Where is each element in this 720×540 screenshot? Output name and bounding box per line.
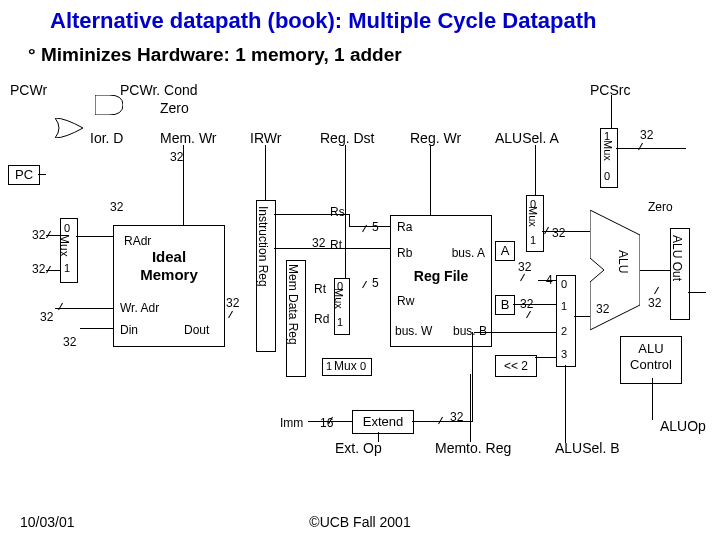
field-rs: Rs bbox=[330, 205, 345, 219]
mux-label: Mux bbox=[57, 234, 71, 257]
wire bbox=[76, 236, 113, 237]
mux-sel-0: 0 bbox=[604, 170, 610, 182]
bus-width-32: 32 bbox=[110, 200, 123, 214]
regfile-label: Reg File bbox=[391, 268, 491, 284]
sig-irwr: IRWr bbox=[250, 130, 281, 146]
mem-wradr-port: Wr. Adr bbox=[120, 301, 159, 315]
bus-width-32: 32 bbox=[32, 228, 45, 242]
memory-label-2: Memory bbox=[114, 266, 224, 283]
bus-slash bbox=[438, 417, 450, 428]
instruction-reg-label: Instruction Reg bbox=[256, 206, 270, 287]
sig-aluop: ALUOp bbox=[660, 418, 706, 434]
mem-din-port: Din bbox=[120, 323, 138, 337]
sig-regdst: Reg. Dst bbox=[320, 130, 374, 146]
sig-memtoreg: Memto. Reg bbox=[435, 440, 511, 456]
bus-width-32: 32 bbox=[63, 335, 76, 349]
bus-width-32: 32 bbox=[32, 262, 45, 276]
mux-sel-1: 1 bbox=[64, 262, 70, 274]
subtitle: ° Miminizes Hardware: 1 memory, 1 adder bbox=[28, 44, 402, 66]
wire bbox=[349, 214, 350, 226]
wire bbox=[274, 248, 390, 249]
bus-slash bbox=[58, 303, 70, 314]
wire bbox=[38, 174, 46, 175]
sig-pcwr: PCWr bbox=[10, 82, 47, 98]
mux-sel-1: 1 bbox=[326, 360, 332, 372]
wire bbox=[378, 432, 379, 442]
bus-width-32: 32 bbox=[170, 150, 183, 164]
bus-slash bbox=[46, 266, 58, 277]
mux-label: Mux bbox=[333, 288, 345, 309]
bus-width-32: 32 bbox=[40, 310, 53, 324]
mux-sel-1: 1 bbox=[337, 316, 343, 328]
wire bbox=[474, 332, 556, 333]
memory-block: RAdr Ideal Memory Wr. Adr Din Dout bbox=[113, 225, 225, 347]
mem-dout-port: Dout bbox=[184, 323, 209, 337]
reg-file: Ra Rb bus. A Reg File Rw bus. W bus. B bbox=[390, 215, 492, 347]
bus-width-32: 32 bbox=[450, 410, 463, 424]
shift-left-2: << 2 bbox=[495, 355, 537, 377]
regfile-ra: Ra bbox=[397, 220, 412, 234]
regfile-rb: Rb bbox=[397, 246, 412, 260]
bus-width-32: 32 bbox=[596, 302, 609, 316]
field-imm: Imm bbox=[280, 416, 303, 430]
mux-label: Mux bbox=[527, 206, 539, 227]
mem-radr-port: RAdr bbox=[124, 234, 234, 248]
field-rt2: Rt bbox=[314, 282, 326, 296]
or-gate-icon bbox=[55, 118, 83, 138]
wire bbox=[535, 357, 556, 358]
regfile-busw: bus. W bbox=[395, 324, 432, 338]
bus-slash bbox=[228, 311, 240, 322]
sig-zero-in: Zero bbox=[160, 100, 189, 116]
alu-label: ALU bbox=[616, 250, 630, 273]
and-gate-icon bbox=[95, 95, 123, 115]
bus-slash bbox=[526, 311, 538, 322]
memory-label-1: Ideal bbox=[114, 248, 224, 265]
regfile-busa: bus. A bbox=[452, 246, 485, 260]
alu-zero-out: Zero bbox=[648, 200, 673, 214]
wire bbox=[565, 365, 566, 443]
wire bbox=[542, 231, 590, 232]
wire bbox=[688, 292, 706, 293]
regfile-rw: Rw bbox=[397, 294, 414, 308]
bus-width-5: 5 bbox=[372, 276, 379, 290]
mux-label: Mux bbox=[334, 359, 357, 373]
alu-out-label: ALU Out bbox=[670, 235, 684, 281]
wire bbox=[513, 304, 556, 305]
wire bbox=[640, 270, 670, 271]
mux-sel-0: 0 bbox=[561, 278, 567, 290]
mux-sel-0: 0 bbox=[64, 222, 70, 234]
field-rt: Rt bbox=[330, 238, 342, 252]
bus-width-32: 32 bbox=[648, 296, 661, 310]
regfile-busb: bus. B bbox=[453, 324, 487, 338]
bus-slash bbox=[520, 274, 532, 285]
wire bbox=[274, 214, 349, 215]
wire bbox=[470, 374, 471, 442]
alu-control-label: ALU Control bbox=[630, 341, 672, 372]
b-register: B bbox=[495, 295, 515, 315]
sig-alusela: ALUSel. A bbox=[495, 130, 559, 146]
wire bbox=[430, 145, 431, 225]
sig-regwr: Reg. Wr bbox=[410, 130, 461, 146]
wire bbox=[345, 145, 346, 285]
field-rd: Rd bbox=[314, 312, 329, 326]
sig-iord: Ior. D bbox=[90, 130, 123, 146]
wire bbox=[538, 280, 556, 281]
sig-extop: Ext. Op bbox=[335, 440, 382, 456]
alu-control: ALU Control bbox=[620, 336, 682, 384]
footer-copyright: ©UCB Fall 2001 bbox=[0, 514, 720, 530]
mux-sel-2: 2 bbox=[561, 325, 567, 337]
wire bbox=[349, 226, 390, 227]
mem-data-reg-label: Mem Data Reg bbox=[286, 264, 300, 345]
mux-label: Mux bbox=[602, 140, 614, 161]
bus-width-32: 32 bbox=[518, 260, 531, 274]
bus-width-5: 5 bbox=[372, 220, 379, 234]
wire bbox=[574, 316, 590, 317]
a-register: A bbox=[495, 241, 515, 261]
extend-block: Extend bbox=[352, 410, 414, 434]
wire bbox=[472, 332, 473, 422]
bus-width-32: 32 bbox=[640, 128, 653, 142]
mux-sel-3: 3 bbox=[561, 348, 567, 360]
pc-register: PC bbox=[8, 165, 40, 185]
wire bbox=[652, 378, 653, 420]
wire bbox=[616, 148, 686, 149]
